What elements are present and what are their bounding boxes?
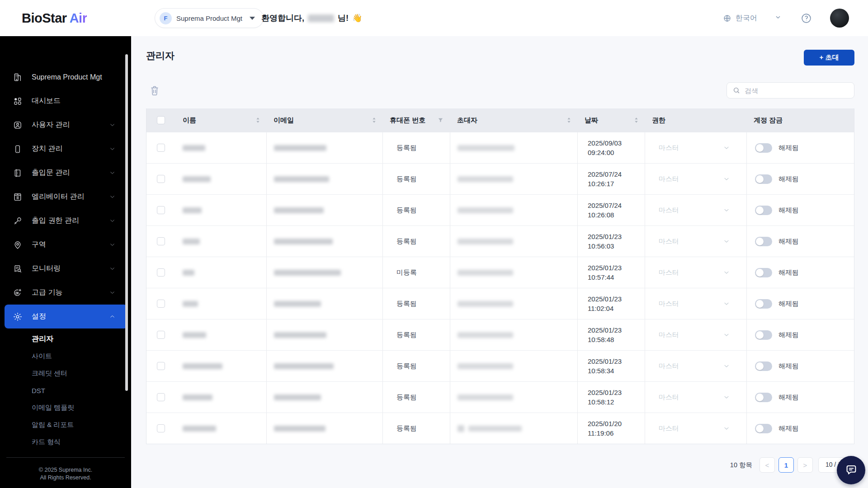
role-select[interactable]: 마스터 (645, 164, 746, 194)
pagination-next-button[interactable]: > (797, 457, 813, 473)
sidebar-item-6[interactable]: 엘리베이터 관리 (5, 185, 127, 209)
language-selector[interactable]: 한국어 (723, 14, 757, 23)
sidebar-item-2[interactable]: 대시보드 (5, 89, 127, 113)
table-row-2: 등록됨 2025/07/2410:26:17 마스터 해제됨 (146, 163, 854, 194)
inviter-cell (450, 195, 577, 225)
pagination-prev-button[interactable]: < (760, 457, 775, 473)
sidebar-item-11[interactable]: 설정 (5, 305, 127, 328)
sort-icon[interactable] (255, 117, 260, 124)
sidebar-item-5[interactable]: 출입문 관리 (5, 161, 127, 185)
name-redacted (183, 207, 202, 213)
sidebar-item-3[interactable]: 사용자 관리 (5, 113, 127, 137)
column-header-5[interactable]: 날짜 (577, 108, 645, 132)
row-checkbox[interactable] (157, 237, 165, 245)
caret-down-icon (250, 17, 255, 20)
account-lock-toggle[interactable] (755, 330, 772, 340)
filter-funnel-icon[interactable] (437, 117, 444, 124)
account-lock-toggle[interactable] (755, 237, 772, 246)
help-button[interactable] (801, 13, 812, 24)
delete-button[interactable] (149, 85, 160, 97)
submenu-item-4[interactable]: DST (0, 382, 131, 399)
account-lock-toggle[interactable] (755, 393, 772, 402)
column-header-1[interactable]: 이름 (175, 108, 266, 132)
phone-status: 등록됨 (396, 362, 417, 371)
row-checkbox[interactable] (157, 393, 165, 401)
sort-icon[interactable] (566, 117, 571, 124)
account-lock-toggle[interactable] (755, 268, 772, 277)
row-checkbox[interactable] (157, 362, 165, 370)
role-select[interactable]: 마스터 (645, 319, 746, 350)
email-cell (266, 195, 382, 225)
row-checkbox[interactable] (157, 331, 165, 339)
account-lock-cell: 해제됨 (746, 351, 854, 381)
row-checkbox[interactable] (157, 268, 165, 277)
sort-icon[interactable] (634, 117, 639, 124)
row-checkbox-cell (146, 288, 175, 319)
column-header-2[interactable]: 이메일 (266, 108, 382, 132)
submenu-item-3[interactable]: 크레딧 센터 (0, 365, 131, 382)
date-cell: 2025/07/2410:26:17 (577, 164, 645, 194)
row-checkbox-cell (146, 382, 175, 413)
role-select[interactable]: 마스터 (645, 257, 746, 288)
sidebar-item-10[interactable]: 고급 기능 (5, 281, 127, 305)
sort-icon[interactable] (372, 117, 377, 124)
row-checkbox-cell (146, 195, 175, 225)
role-select[interactable]: 마스터 (645, 288, 746, 319)
account-lock-toggle[interactable] (755, 206, 772, 215)
greeting-suffix: 님! (338, 13, 349, 23)
role-select[interactable]: 마스터 (645, 382, 746, 413)
sidebar-item-4[interactable]: 장치 관리 (5, 137, 127, 161)
pagination-page-1[interactable]: 1 (778, 457, 794, 473)
language-chevron-down-icon[interactable] (774, 14, 782, 23)
account-lock-toggle[interactable] (755, 143, 772, 153)
select-all-checkbox[interactable] (157, 116, 165, 124)
name-redacted (183, 239, 200, 244)
submenu-item-1[interactable]: 관리자 (0, 330, 131, 347)
pagination: 10 항목 < 1 > 10 / 쪽 (730, 457, 851, 473)
row-checkbox[interactable] (157, 144, 165, 152)
row-checkbox[interactable] (157, 175, 165, 183)
role-select[interactable]: 마스터 (645, 351, 746, 381)
email-redacted (274, 363, 334, 369)
chevron-up-icon (109, 313, 122, 320)
invite-button[interactable]: + 초대 (804, 50, 854, 66)
sidebar-item-9[interactable]: 모니터링 (5, 257, 127, 281)
row-checkbox[interactable] (157, 424, 165, 432)
role-select[interactable]: 마스터 (645, 195, 746, 225)
role-select[interactable]: 마스터 (645, 132, 746, 163)
chat-fab-button[interactable] (837, 456, 865, 484)
email-cell (266, 257, 382, 288)
submenu-item-2[interactable]: 사이트 (0, 347, 131, 365)
user-avatar[interactable] (830, 9, 849, 28)
language-label: 한국어 (736, 14, 757, 23)
row-checkbox[interactable] (157, 206, 165, 214)
row-checkbox[interactable] (157, 300, 165, 308)
sidebar-item-1[interactable]: Suprema Product Mgt (5, 65, 127, 89)
role-select[interactable]: 마스터 (645, 226, 746, 257)
inviter-redacted (458, 145, 514, 151)
inviter-cell (450, 351, 577, 381)
submenu-item-6[interactable]: 알림 & 리포트 (0, 416, 131, 433)
role-value: 마스터 (659, 175, 679, 183)
submenu-item-5[interactable]: 이메일 템플릿 (0, 399, 131, 416)
tenant-badge: F (160, 12, 172, 24)
sidebar-scrollbar[interactable] (125, 54, 128, 391)
chevron-down-icon (723, 175, 730, 183)
account-lock-toggle[interactable] (755, 174, 772, 184)
search-input[interactable] (745, 87, 849, 94)
email-redacted (274, 332, 326, 338)
sidebar-item-7[interactable]: 출입 권한 관리 (5, 209, 127, 233)
account-lock-toggle[interactable] (755, 299, 772, 309)
name-redacted (183, 176, 211, 182)
account-lock-toggle[interactable] (755, 361, 772, 371)
account-lock-toggle[interactable] (755, 424, 772, 433)
submenu-item-7[interactable]: 카드 형식 (0, 433, 131, 450)
tenant-selector[interactable]: F Suprema Product Mgt (155, 8, 264, 28)
phone-status-cell: 등록됨 (382, 413, 450, 444)
sidebar-item-8[interactable]: 구역 (5, 233, 127, 257)
account-lock-cell: 해제됨 (746, 164, 854, 194)
role-select[interactable]: 마스터 (645, 413, 746, 444)
column-header-3[interactable]: 휴대폰 번호 (382, 108, 450, 132)
column-header-4[interactable]: 초대자 (450, 108, 577, 132)
phone-status-cell: 등록됨 (382, 351, 450, 381)
